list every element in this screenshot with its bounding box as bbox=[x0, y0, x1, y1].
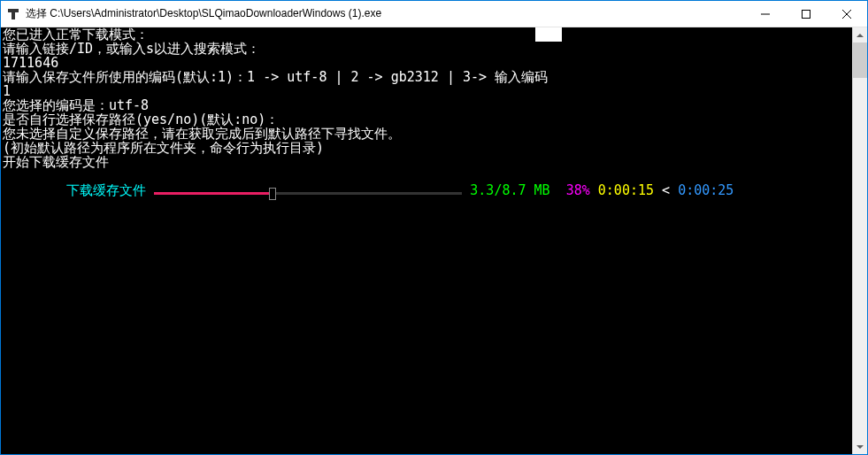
scroll-up-button[interactable] bbox=[853, 27, 867, 42]
progress-separator: < bbox=[654, 182, 678, 198]
progress-line: 下载缓存文件 3.3/8.7 MB 38% 0:00:15 < 0:00:25 bbox=[3, 169, 865, 214]
output-line: 1 bbox=[3, 84, 865, 98]
output-line: 您未选择自定义保存路径，请在获取完成后到默认路径下寻找文件。 bbox=[3, 127, 865, 141]
close-button[interactable] bbox=[826, 1, 867, 27]
output-line: 请输入链接/ID，或输入s以进入搜索模式： bbox=[3, 42, 865, 56]
progress-bar-filled bbox=[154, 192, 269, 195]
progress-elapsed: 0:00:15 bbox=[598, 182, 654, 198]
vertical-scrollbar[interactable] bbox=[852, 27, 867, 454]
minimize-button[interactable] bbox=[745, 1, 786, 27]
progress-percent: 38% bbox=[558, 182, 598, 198]
app-window: 选择 C:\Users\Administrator\Desktop\SLQima… bbox=[0, 0, 868, 455]
output-line: 1711646 bbox=[3, 56, 865, 70]
progress-bar bbox=[154, 188, 462, 200]
window-title: 选择 C:\Users\Administrator\Desktop\SLQima… bbox=[26, 6, 381, 21]
output-line: 请输入保存文件所使用的编码(默认:1)：1 -> utf-8 | 2 -> gb… bbox=[3, 70, 865, 84]
progress-remaining: 0:00:25 bbox=[678, 182, 734, 198]
text-selection bbox=[535, 27, 562, 42]
maximize-button[interactable] bbox=[786, 1, 826, 27]
progress-bar-marker bbox=[269, 188, 276, 200]
svg-rect-1 bbox=[803, 10, 810, 18]
terminal[interactable]: 您已进入正常下载模式： 请输入链接/ID，或输入s以进入搜索模式： 171164… bbox=[1, 27, 867, 454]
scroll-track[interactable] bbox=[853, 42, 867, 439]
titlebar: 选择 C:\Users\Administrator\Desktop\SLQima… bbox=[1, 1, 867, 27]
output-line: (初始默认路径为程序所在文件夹，命令行为执行目录) bbox=[3, 141, 865, 155]
output-line: 开始下载缓存文件 bbox=[3, 155, 865, 169]
progress-bar-empty bbox=[276, 192, 462, 195]
scroll-down-button[interactable] bbox=[853, 439, 867, 454]
output-line: 是否自行选择保存路径(yes/no)(默认:no)： bbox=[3, 112, 865, 127]
progress-size: 3.3/8.7 MB bbox=[462, 182, 557, 198]
progress-label: 下载缓存文件 bbox=[66, 182, 154, 198]
titlebar-left: 选择 C:\Users\Administrator\Desktop\SLQima… bbox=[1, 6, 381, 21]
window-controls bbox=[745, 1, 867, 27]
output-line: 您选择的编码是：utf-8 bbox=[3, 98, 865, 112]
app-icon bbox=[6, 7, 20, 21]
terminal-content: 您已进入正常下载模式： 请输入链接/ID，或输入s以进入搜索模式： 171164… bbox=[1, 27, 867, 214]
output-line: 您已进入正常下载模式： bbox=[3, 27, 865, 42]
scroll-thumb[interactable] bbox=[853, 42, 867, 78]
